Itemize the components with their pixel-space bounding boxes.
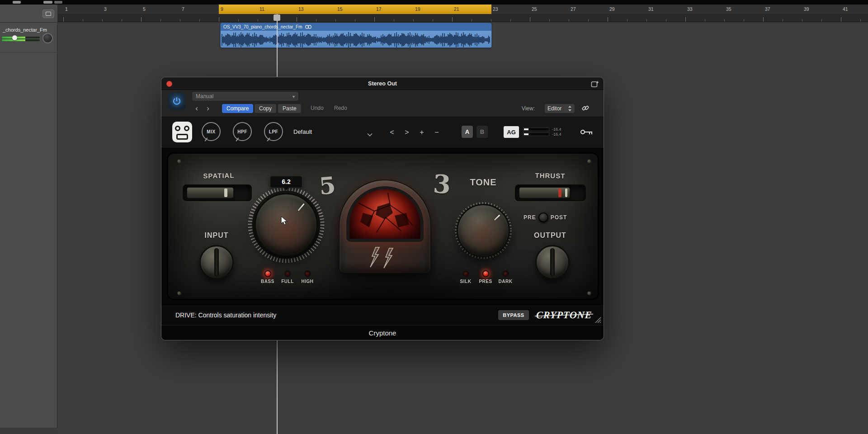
led-high[interactable]: HIGH xyxy=(297,270,317,284)
ab-a-button[interactable]: A xyxy=(462,126,473,138)
hpf-knob[interactable]: HPF xyxy=(233,122,252,141)
menu-fragment xyxy=(54,1,62,4)
parameter-hint: DRIVE: Controls saturation intensity xyxy=(175,311,498,319)
bar-number: 21 xyxy=(454,6,459,12)
ab-b-button[interactable]: B xyxy=(476,126,488,138)
led-indicator xyxy=(264,270,271,277)
key-icon[interactable] xyxy=(580,128,594,137)
ruler-tick xyxy=(258,19,258,22)
next-setting-arrow[interactable]: › xyxy=(203,104,212,113)
ruler-corner xyxy=(0,5,57,23)
bypass-button[interactable]: BYPASS xyxy=(498,310,528,320)
recorder-icon[interactable] xyxy=(172,122,192,142)
plugin-titlebar[interactable]: Stereo Out xyxy=(161,77,604,90)
automation-dropdown[interactable]: Manual ▾ xyxy=(192,92,298,101)
automation-mode-value: Manual xyxy=(196,93,213,99)
output-knob[interactable] xyxy=(535,245,570,279)
ruler-tick xyxy=(627,19,627,22)
add-preset-button[interactable]: + xyxy=(416,127,427,138)
mix-label: MIX xyxy=(207,129,215,134)
track-header[interactable]: _chords_nectar_Fm xyxy=(0,23,57,52)
region-header: OS_VV3_70_piano_chords_nectar_Fm xyxy=(221,23,491,31)
pre-post-switch[interactable]: PRE POST xyxy=(524,212,567,222)
ruler-tick xyxy=(394,19,394,22)
copy-button[interactable]: Copy xyxy=(255,104,276,113)
thrust-slider-handle[interactable] xyxy=(519,187,570,198)
menu-bar xyxy=(0,0,868,5)
bar-number: 5 xyxy=(143,6,146,12)
mix-knob[interactable]: MIX xyxy=(202,122,221,141)
playhead-handle[interactable] xyxy=(274,14,280,21)
ruler-tick xyxy=(802,19,802,22)
cryptone-faceplate: SPATIAL INPUT xyxy=(167,152,599,300)
led-dark[interactable]: DARK xyxy=(495,270,515,284)
prev-setting-arrow[interactable]: ‹ xyxy=(192,104,201,113)
remove-preset-button[interactable]: − xyxy=(431,127,442,138)
ruler-tick xyxy=(141,17,142,22)
ruler-options-button[interactable] xyxy=(42,9,54,18)
link-icon[interactable] xyxy=(581,104,590,114)
volume-fader-handle[interactable] xyxy=(12,35,17,40)
grill-icon xyxy=(176,134,188,140)
lpf-knob[interactable]: LPF xyxy=(264,122,283,141)
bar-number: 31 xyxy=(648,6,654,12)
spatial-slider[interactable] xyxy=(183,184,252,201)
add-window-icon[interactable] xyxy=(591,80,599,90)
ruler-tick xyxy=(83,19,83,22)
bar-number: 17 xyxy=(376,6,382,12)
screw-icon xyxy=(587,291,591,295)
ruler-tick xyxy=(452,17,453,22)
next-preset-button[interactable]: > xyxy=(401,127,412,138)
led-label: DARK xyxy=(499,279,513,284)
power-icon xyxy=(172,96,182,106)
pre-post-toggle-knob[interactable] xyxy=(538,212,548,222)
led-full[interactable]: FULL xyxy=(278,270,297,284)
led-indicator xyxy=(482,270,489,277)
waveform xyxy=(221,31,491,48)
pan-knob[interactable] xyxy=(42,33,53,43)
input-knob[interactable] xyxy=(199,245,234,279)
red-glass xyxy=(346,186,424,242)
plugin-name: Cryptone xyxy=(369,329,396,337)
bar-number: 13 xyxy=(298,6,304,12)
redo-button[interactable]: Redo xyxy=(334,105,347,111)
view-value: Editor xyxy=(547,105,561,112)
reel-icon xyxy=(184,126,189,131)
thrust-label: THRUST xyxy=(528,171,573,180)
led-pres[interactable]: PRES xyxy=(476,270,495,284)
preset-chevron-icon[interactable] xyxy=(367,130,373,138)
prev-preset-button[interactable]: < xyxy=(387,127,397,138)
tone-knob[interactable] xyxy=(457,204,510,257)
plugin-panel: SPATIAL INPUT xyxy=(161,148,604,304)
meter-values: -16.4 -16.4 xyxy=(552,127,561,137)
led-bass[interactable]: BASS xyxy=(258,270,278,284)
led-label: FULL xyxy=(281,279,294,284)
undo-button[interactable]: Undo xyxy=(311,105,324,111)
resize-grip[interactable] xyxy=(594,316,601,323)
spatial-slider-handle[interactable] xyxy=(187,187,234,198)
ruler-tick xyxy=(569,19,569,22)
updown-arrows-icon xyxy=(568,105,572,112)
ruler-tick xyxy=(549,19,550,22)
level-meter-left xyxy=(2,37,40,38)
cryptone-logo: CRYPTONE xyxy=(536,309,592,321)
window-title: Stereo Out xyxy=(161,77,604,90)
auto-gain-button[interactable]: AG xyxy=(504,126,519,138)
power-button[interactable] xyxy=(168,93,185,110)
view-dropdown[interactable]: Editor xyxy=(545,104,575,113)
pre-label: PRE xyxy=(524,214,536,221)
thrust-slider[interactable] xyxy=(515,184,586,201)
ruler-tick xyxy=(860,19,861,22)
bar-number: 7 xyxy=(182,6,184,12)
bar-number: 15 xyxy=(337,6,343,12)
preset-name[interactable]: Default xyxy=(293,128,312,135)
led-silk[interactable]: SILK xyxy=(456,270,476,284)
paste-button[interactable]: Paste xyxy=(278,104,301,113)
post-label: POST xyxy=(551,214,567,221)
ruler-tick xyxy=(821,19,822,22)
led-indicator xyxy=(284,270,291,277)
ruler-tick xyxy=(160,19,161,22)
timeline-ruler[interactable]: 1357911131517192123252729313335373941 xyxy=(57,5,868,22)
compare-button[interactable]: Compare xyxy=(222,104,253,113)
audio-region[interactable]: OS_VV3_70_piano_chords_nectar_Fm xyxy=(220,23,492,48)
